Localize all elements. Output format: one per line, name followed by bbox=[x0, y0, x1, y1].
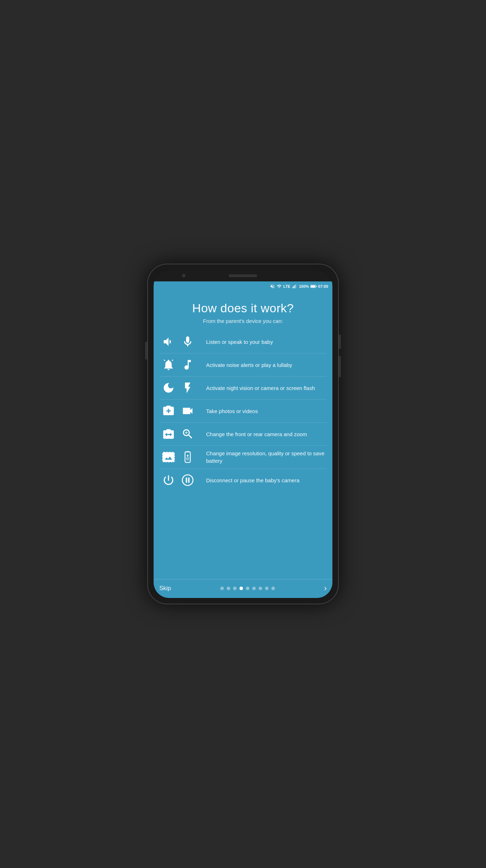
dot-4-active[interactable] bbox=[239, 587, 243, 590]
status-icons: LTE 100% 07:00 bbox=[270, 284, 328, 289]
phone-frame: LTE 100% 07:00 How does it work? From th… bbox=[147, 264, 339, 604]
feature-night-vision: Activate night vision or camera or scree… bbox=[159, 377, 327, 400]
svg-point-10 bbox=[182, 475, 193, 485]
svg-rect-3 bbox=[296, 284, 296, 289]
feature-resolution: Change image resolution, quality or spee… bbox=[159, 446, 327, 469]
dot-6[interactable] bbox=[252, 587, 256, 590]
dot-3[interactable] bbox=[233, 587, 237, 590]
camera-plus-icon bbox=[161, 403, 176, 419]
svg-rect-6 bbox=[316, 286, 317, 287]
image-resolution-icon bbox=[161, 449, 176, 465]
power-icon bbox=[161, 472, 176, 488]
svg-rect-5 bbox=[311, 285, 315, 287]
pause-icon bbox=[180, 472, 195, 488]
dot-9[interactable] bbox=[271, 587, 275, 590]
svg-rect-11 bbox=[186, 478, 187, 483]
dot-2[interactable] bbox=[227, 587, 230, 590]
video-icon bbox=[180, 403, 195, 419]
feature-listen-speak: Listen or speak to your baby bbox=[159, 330, 327, 353]
svg-rect-9 bbox=[186, 451, 189, 452]
bottom-nav: Skip › bbox=[154, 579, 332, 598]
volume-button bbox=[145, 342, 147, 359]
music-icon bbox=[180, 357, 195, 373]
feature-text-noise: Activate noise alerts or play a lullaby bbox=[206, 361, 327, 369]
camera-flip-icon bbox=[161, 426, 176, 442]
flash-icon bbox=[180, 380, 195, 396]
svg-rect-1 bbox=[293, 286, 294, 288]
features-list: Listen or speak to your baby bbox=[154, 330, 332, 579]
feature-disconnect: Disconnect or pause the baby's camera bbox=[159, 469, 327, 491]
phone-notch bbox=[154, 270, 332, 281]
page-title: How does it work? bbox=[154, 291, 332, 318]
speaker bbox=[229, 274, 257, 277]
signal-icon bbox=[292, 284, 298, 289]
battery-pct: 100% bbox=[299, 284, 309, 289]
icons-listen-speak bbox=[159, 334, 202, 350]
feature-text-resolution: Change image resolution, quality or spee… bbox=[206, 450, 327, 465]
dot-1[interactable] bbox=[220, 587, 224, 590]
network-label: LTE bbox=[283, 284, 291, 289]
svg-rect-0 bbox=[292, 287, 293, 289]
svg-rect-12 bbox=[188, 478, 190, 483]
feature-text-camera-zoom: Change the front or rear camera and zoom bbox=[206, 430, 327, 438]
feature-text-listen: Listen or speak to your baby bbox=[206, 338, 327, 346]
wifi-icon bbox=[276, 284, 282, 289]
battery-icon bbox=[310, 284, 317, 289]
camera-button bbox=[339, 356, 341, 377]
page-subtitle: From the parent's device you can: bbox=[154, 318, 332, 330]
feature-text-photos: Take photos or videos bbox=[206, 407, 327, 415]
dot-7[interactable] bbox=[259, 587, 262, 590]
microphone-icon bbox=[180, 334, 195, 350]
icons-camera-zoom bbox=[159, 426, 202, 442]
feature-noise-lullaby: Activate noise alerts or play a lullaby bbox=[159, 353, 327, 377]
volume-icon bbox=[161, 334, 176, 350]
bell-icon bbox=[161, 357, 176, 373]
phone-screen: LTE 100% 07:00 How does it work? From th… bbox=[154, 270, 332, 598]
page-dots bbox=[220, 587, 275, 590]
mute-icon bbox=[270, 284, 275, 289]
icons-resolution bbox=[159, 449, 202, 465]
time-label: 07:00 bbox=[318, 284, 328, 289]
skip-button[interactable]: Skip bbox=[159, 585, 171, 592]
feature-photos-videos: Take photos or videos bbox=[159, 400, 327, 423]
dot-5[interactable] bbox=[246, 587, 249, 590]
svg-rect-2 bbox=[294, 285, 295, 288]
zoom-icon bbox=[180, 426, 195, 442]
feature-text-night: Activate night vision or camera or scree… bbox=[206, 384, 327, 392]
icons-noise-lullaby bbox=[159, 357, 202, 373]
feature-camera-zoom: Change the front or rear camera and zoom bbox=[159, 423, 327, 446]
feature-text-disconnect: Disconnect or pause the baby's camera bbox=[206, 477, 327, 484]
icons-disconnect bbox=[159, 472, 202, 488]
screen-content: How does it work? From the parent's devi… bbox=[154, 291, 332, 598]
dot-8[interactable] bbox=[265, 587, 269, 590]
battery-recycle-icon bbox=[180, 449, 195, 465]
moon-icon bbox=[161, 380, 176, 396]
front-camera bbox=[182, 274, 186, 278]
next-button[interactable]: › bbox=[324, 584, 327, 593]
icons-photos-videos bbox=[159, 403, 202, 419]
icons-night-vision bbox=[159, 380, 202, 396]
status-bar: LTE 100% 07:00 bbox=[154, 281, 332, 291]
power-button bbox=[339, 335, 341, 349]
